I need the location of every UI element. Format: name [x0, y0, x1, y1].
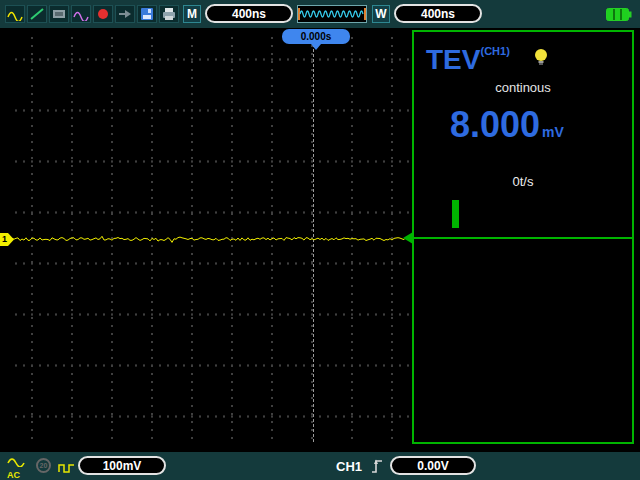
activity-indicator-bar [452, 200, 459, 228]
trigger-level-value[interactable]: 0.00V [390, 456, 476, 475]
battery-icon [606, 7, 632, 25]
trigger-slope-icon [370, 457, 384, 479]
window-timebase-value[interactable]: 400ns [394, 4, 482, 23]
measurement-title: TEV(CH1) [426, 44, 510, 76]
record-icon[interactable] [93, 5, 113, 23]
main-timebase-button[interactable]: M [183, 5, 201, 23]
measurement-rate: 0t/s [414, 174, 632, 189]
channel1-waveform-icon[interactable] [5, 5, 25, 23]
xy-display-icon[interactable] [49, 5, 69, 23]
measurement-channel: (CH1) [480, 45, 509, 57]
ac-coupling-icon: AC [7, 453, 25, 480]
top-toolbar: M 400ns W 400ns [0, 0, 640, 28]
slope-icon[interactable] [27, 5, 47, 23]
oscilloscope-screen: M 400ns W 400ns 0.000s 1 [0, 0, 640, 480]
panel-divider [414, 237, 632, 239]
measurement-mode: continous [414, 80, 632, 95]
measurement-name: TEV [426, 44, 480, 75]
measurement-panel: TEV(CH1) continous 8.000 mV 0t/s [412, 30, 634, 444]
save-icon[interactable] [137, 5, 157, 23]
ch1-trace [12, 232, 412, 246]
waveform-preview[interactable] [297, 5, 367, 23]
trigger-source-label: CH1 [336, 459, 362, 474]
coupling-label: AC [7, 470, 25, 480]
math-waveform-icon[interactable] [71, 5, 91, 23]
volts-per-div-value[interactable]: 100mV [78, 456, 166, 475]
measurement-unit: mV [542, 124, 564, 140]
measurement-value: 8.000 [450, 104, 540, 146]
lightbulb-icon [532, 48, 550, 70]
window-timebase-button[interactable]: W [372, 5, 390, 23]
time-cursor-flag[interactable]: 0.000s [282, 29, 350, 44]
measurement-value-row: 8.000 mV [450, 104, 564, 146]
print-icon[interactable] [159, 5, 179, 23]
bottom-status-bar: AC 20 100mV CH1 0.00V [0, 452, 640, 480]
run-control-icon[interactable] [115, 5, 135, 23]
bandwidth-limit-icon: 20 [36, 458, 51, 473]
main-timebase-value[interactable]: 400ns [205, 4, 293, 23]
square-wave-probe-icon [58, 460, 75, 478]
